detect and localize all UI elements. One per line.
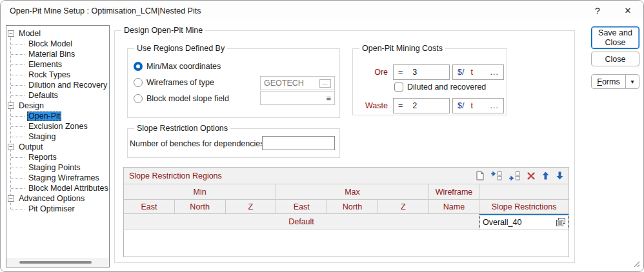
tree-item[interactable]: Dilution and Recovery [6, 80, 109, 90]
sidebar-item-defaults[interactable]: Defaults [27, 91, 59, 101]
sidebar-item-block-model[interactable]: Block Model [27, 39, 74, 49]
tree-item[interactable]: Staging Points [6, 162, 109, 173]
pick-list-icon[interactable] [555, 217, 566, 228]
tree-group-model[interactable]: − Model [6, 28, 109, 39]
sidebar-item-advanced-options[interactable]: Advanced Options [17, 194, 86, 204]
tree-item[interactable]: Exclusion Zones [6, 121, 109, 131]
forms-split-button[interactable]: Forms ▾ [591, 74, 639, 89]
column-header-max-north: North [327, 200, 378, 214]
tree-item[interactable]: Block Model [6, 39, 109, 49]
delete-row-icon[interactable] [527, 172, 535, 180]
group-header-max: Max [276, 184, 428, 200]
tree-group-output[interactable]: − Output [6, 142, 109, 152]
menu-icon[interactable]: ≡ [326, 93, 331, 103]
group-header-min: Min [124, 184, 276, 200]
tree-item[interactable]: Rock Types [6, 70, 109, 80]
collapse-icon[interactable]: − [8, 102, 14, 109]
tree-item[interactable]: Pit Optimiser [6, 204, 109, 214]
checkbox-unchecked-icon[interactable] [394, 83, 403, 92]
wireframe-type-field[interactable]: GEOTECH … [260, 76, 335, 90]
sidebar-item-pit-optimiser[interactable]: Pit Optimiser [27, 204, 76, 214]
collapse-icon[interactable]: − [8, 144, 14, 150]
radio-unselected-icon[interactable] [134, 94, 143, 103]
ore-unit-button[interactable]: $/ t ... [452, 64, 504, 80]
chevron-down-icon[interactable]: ▾ [626, 78, 639, 85]
titlebar: Open-Pit Mine Setup : Optimisation_LCM|N… [1, 1, 643, 21]
group-title: Use Regions Defined By [134, 44, 227, 53]
scrollbar-thumb[interactable] [19, 261, 92, 264]
resize-grip-icon[interactable] [631, 258, 640, 269]
sidebar-item-open-pit[interactable]: Open-Pit [27, 112, 61, 121]
move-down-icon[interactable] [556, 171, 563, 180]
sidebar-item-elements[interactable]: Elements [27, 60, 63, 70]
help-icon[interactable]: ? [583, 1, 612, 21]
radio-row-slope-field[interactable]: Block model slope field [134, 94, 229, 103]
insert-row-before-icon[interactable] [491, 171, 502, 180]
radio-selected-icon[interactable] [134, 62, 143, 71]
sidebar-item-design[interactable]: Design [17, 101, 45, 111]
sidebar-item-reports[interactable]: Reports [27, 153, 58, 162]
sidebar-item-staging-points[interactable]: Staging Points [27, 163, 82, 173]
browse-icon[interactable]: … [319, 79, 331, 88]
sidebar-item-staging-wireframes[interactable]: Staging Wireframes [27, 173, 101, 183]
slope-restrictions-cell[interactable] [479, 214, 569, 229]
move-up-icon[interactable] [542, 171, 549, 180]
ore-cost-field[interactable]: = 3 [393, 64, 450, 80]
wireframe-type-value: GEOTECH [264, 79, 304, 88]
table-row: Default [124, 214, 569, 229]
sidebar-item-staging[interactable]: Staging [27, 132, 57, 142]
sidebar-item-block-model-attributes[interactable]: Block Model Attributes [27, 184, 110, 193]
tree-item[interactable]: Block Model Attributes [6, 183, 109, 193]
tree-item[interactable]: Open-Pit [6, 111, 109, 121]
waste-label: Waste [352, 98, 388, 113]
region-name-cell[interactable]: Default [124, 214, 479, 229]
tree-item[interactable]: Material Bins [6, 49, 109, 59]
open-pit-mine-setup-dialog: Open-Pit Mine Setup : Optimisation_LCM|N… [0, 0, 644, 272]
tree-item[interactable]: Staging [6, 131, 109, 142]
add-row-icon[interactable] [476, 171, 484, 180]
waste-unit-button[interactable]: $/ t ... [452, 98, 504, 113]
close-button[interactable]: Close [591, 52, 639, 66]
more-icon[interactable]: ... [490, 68, 499, 77]
tree-item[interactable]: Reports [6, 152, 109, 162]
table-title: Slope Restriction Regions [129, 171, 222, 180]
radio-unselected-icon[interactable] [134, 78, 143, 87]
table-column-header-row: East North Z East North Z Name Slope Res… [124, 200, 569, 214]
tree-item[interactable]: Staging Wireframes [6, 173, 109, 183]
tree-group-design[interactable]: − Design [6, 101, 109, 111]
tree-group-advanced-options[interactable]: − Advanced Options [6, 193, 109, 204]
tree-item[interactable]: Elements [6, 59, 109, 70]
radio-row-wireframes[interactable]: Wireframes of type [134, 78, 214, 87]
column-header-slope-restrictions: Slope Restrictions [479, 200, 569, 214]
waste-cost-field[interactable]: = 2 [393, 98, 450, 113]
radio-row-minmax[interactable]: Min/Max coordinates [134, 62, 221, 71]
slope-field-field[interactable]: ≡ [260, 91, 335, 105]
column-header-max-z: Z [378, 200, 429, 214]
sidebar-item-output[interactable]: Output [17, 142, 45, 152]
benches-input[interactable] [262, 136, 335, 150]
save-and-close-button[interactable]: Save and Close [591, 26, 639, 49]
tree-horizontal-scrollbar[interactable] [6, 258, 109, 267]
group-header-blank [479, 184, 569, 200]
close-icon[interactable]: ✕ [612, 1, 644, 21]
waste-cost-value: 2 [412, 101, 417, 110]
sidebar-item-model[interactable]: Model [17, 29, 42, 39]
more-icon[interactable]: ... [490, 101, 499, 110]
forms-button-label[interactable]: Forms [592, 77, 625, 86]
sidebar-item-dilution-and-recovery[interactable]: Dilution and Recovery [27, 81, 108, 90]
diluted-checkbox-row[interactable]: Diluted and recovered [394, 83, 486, 92]
slope-restriction-regions-table: Slope Restriction Regions [123, 167, 569, 257]
table-toolbar [476, 171, 563, 180]
collapse-icon[interactable]: − [8, 195, 14, 202]
tree-item[interactable]: Defaults [6, 90, 109, 101]
sidebar-item-rock-types[interactable]: Rock Types [27, 70, 72, 80]
slope-restrictions-input[interactable] [482, 218, 555, 227]
column-header-name: Name [429, 200, 480, 214]
insert-row-after-icon[interactable] [509, 171, 520, 180]
collapse-icon[interactable]: − [8, 30, 14, 37]
column-header-max-east: East [276, 200, 327, 214]
sidebar-item-material-bins[interactable]: Material Bins [27, 50, 76, 59]
sidebar-item-exclusion-zones[interactable]: Exclusion Zones [27, 122, 89, 131]
settings-tree: − Model Block Model Material Bins Elemen… [6, 25, 110, 267]
column-header-min-north: North [175, 200, 226, 214]
